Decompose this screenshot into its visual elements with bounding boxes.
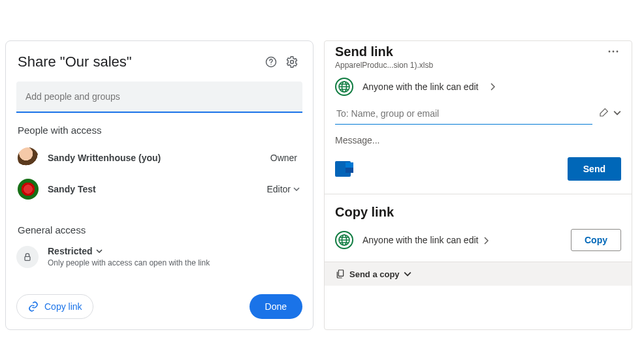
people-section-label: People with access: [18, 125, 302, 136]
svg-point-2: [291, 61, 294, 64]
send-copy-label: Send a copy: [349, 269, 400, 279]
chevron-down-icon: [293, 186, 300, 192]
done-button[interactable]: Done: [250, 294, 302, 319]
person-name: Sandy Writtenhouse (you): [48, 153, 270, 163]
general-access-label: General access: [18, 224, 302, 235]
more-options-icon[interactable]: [605, 44, 621, 59]
send-copy-button[interactable]: Send a copy: [325, 262, 632, 286]
general-access-description: Only people with access can open with th…: [48, 258, 302, 267]
globe-icon: [335, 78, 353, 96]
copy-permission-text: Anyone with the link can edit: [362, 235, 478, 245]
send-button[interactable]: Send: [568, 157, 621, 181]
chevron-right-icon: [490, 83, 495, 91]
chevron-right-icon: [483, 237, 489, 245]
copy-permission-button[interactable]: Anyone with the link can edit: [362, 235, 489, 245]
copy-button[interactable]: Copy: [571, 229, 621, 251]
general-access-mode-dropdown[interactable]: Restricted: [48, 246, 302, 256]
recipient-row: [335, 102, 621, 125]
copy-link-label: Copy link: [44, 301, 82, 312]
permission-chevron-icon[interactable]: [613, 108, 621, 119]
message-input[interactable]: Message...: [335, 135, 621, 145]
shared-filename: ApparelProduc...sion 1).xlsb: [335, 61, 621, 70]
role-owner-label: Owner: [270, 153, 297, 163]
copy-link-title: Copy link: [335, 205, 621, 220]
general-access-mode: Restricted: [48, 246, 92, 256]
outlook-icon[interactable]: [335, 161, 351, 177]
avatar: [18, 179, 39, 200]
copy-link-row: Anyone with the link can edit Copy: [335, 229, 621, 251]
office-share-dialog: Send link ApparelProduc...sion 1).xlsb A…: [324, 40, 632, 330]
role-dropdown[interactable]: Editor: [265, 181, 301, 197]
person-row: Sandy Test Editor: [16, 173, 302, 205]
add-people-field-wrap: [16, 82, 302, 113]
send-link-title: Send link: [335, 44, 605, 59]
svg-point-1: [270, 64, 271, 65]
role-label: Editor: [266, 184, 291, 194]
edit-permission-icon[interactable]: [599, 107, 609, 120]
svg-rect-3: [25, 256, 30, 260]
recipient-input[interactable]: [335, 102, 592, 125]
link-icon: [27, 301, 39, 312]
link-settings-button[interactable]: Anyone with the link can edit: [335, 78, 621, 96]
share-title: Share "Our sales": [16, 53, 261, 70]
chevron-down-icon: [96, 248, 103, 254]
copy-link-button[interactable]: Copy link: [16, 294, 93, 319]
help-icon[interactable]: [261, 52, 282, 72]
add-people-input[interactable]: [16, 82, 302, 112]
google-share-dialog: Share "Our sales" People with access: [5, 40, 314, 330]
person-name: Sandy Test: [48, 184, 265, 194]
avatar: [18, 147, 39, 168]
copy-pages-icon: [335, 269, 346, 279]
svg-rect-11: [338, 270, 343, 276]
chevron-down-icon: [404, 270, 411, 278]
person-row: Sandy Writtenhouse (you) Owner: [16, 142, 302, 173]
svg-point-5: [613, 51, 615, 53]
lock-icon: [16, 246, 39, 268]
globe-icon: [335, 231, 353, 249]
svg-point-4: [609, 51, 611, 53]
google-header: Share "Our sales": [16, 52, 302, 72]
section-divider: [325, 194, 632, 194]
permission-text: Anyone with the link can edit: [362, 82, 478, 92]
svg-point-6: [617, 51, 619, 53]
google-footer: Copy link Done: [16, 294, 302, 319]
general-access-row: Restricted Only people with access can o…: [16, 242, 302, 272]
gear-icon[interactable]: [282, 52, 302, 72]
office-header: Send link: [335, 44, 621, 59]
general-access-text: Restricted Only people with access can o…: [48, 246, 302, 267]
general-access-section: General access Restricted Only people wi…: [16, 224, 302, 272]
